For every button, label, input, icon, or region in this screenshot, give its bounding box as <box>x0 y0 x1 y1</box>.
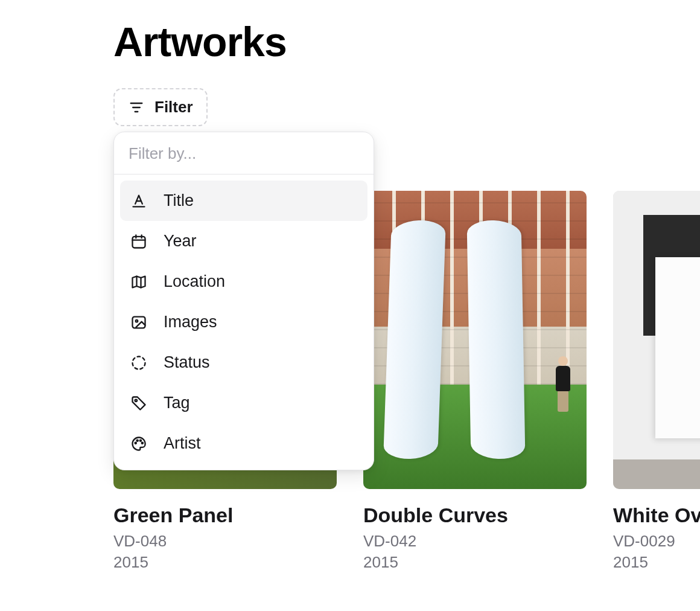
filter-icon <box>128 99 145 116</box>
filter-option-images[interactable]: Images <box>120 302 368 342</box>
filter-options-list: Title Year Location <box>114 174 374 470</box>
svg-point-7 <box>135 399 138 401</box>
text-a-icon <box>130 192 148 210</box>
filter-option-label: Year <box>164 232 197 251</box>
artwork-title: White Ove <box>613 504 700 527</box>
svg-point-6 <box>133 356 145 369</box>
svg-point-10 <box>140 440 141 441</box>
artwork-year: 2015 <box>363 553 587 572</box>
artwork-title: Green Panel <box>113 504 337 527</box>
filter-search-wrapper <box>114 132 374 174</box>
artwork-title: Double Curves <box>363 504 587 527</box>
filter-button-label: Filter <box>154 98 193 117</box>
filter-option-artist[interactable]: Artist <box>120 423 368 464</box>
filter-option-label: Artist <box>164 434 201 453</box>
filter-option-label: Tag <box>164 394 190 412</box>
image-icon <box>130 313 148 331</box>
filter-option-label: Title <box>164 191 194 210</box>
filter-option-label: Status <box>164 353 210 372</box>
artwork-thumbnail[interactable] <box>613 191 700 489</box>
svg-rect-3 <box>133 236 145 248</box>
filter-option-label: Images <box>164 313 217 331</box>
svg-point-8 <box>135 442 136 443</box>
tag-icon <box>130 394 148 412</box>
svg-point-5 <box>136 319 138 322</box>
filter-option-tag[interactable]: Tag <box>120 383 368 423</box>
palette-icon <box>130 435 148 453</box>
artwork-code: VD-042 <box>363 532 587 551</box>
artwork-card[interactable]: Double Curves VD-042 2015 <box>363 191 587 572</box>
artwork-year: 2015 <box>613 553 700 572</box>
map-icon <box>130 273 148 291</box>
page-title: Artworks <box>113 18 700 65</box>
filter-option-status[interactable]: Status <box>120 342 368 383</box>
dashed-circle-icon <box>130 354 148 372</box>
filter-button[interactable]: Filter <box>113 88 208 126</box>
artwork-year: 2015 <box>113 553 337 572</box>
calendar-icon <box>130 232 148 251</box>
svg-point-9 <box>137 440 138 441</box>
artwork-thumbnail[interactable] <box>363 191 587 489</box>
artwork-card[interactable]: White Ove VD-0029 2015 <box>613 191 700 572</box>
artwork-code: VD-048 <box>113 532 337 551</box>
filter-option-location[interactable]: Location <box>120 261 368 302</box>
filter-option-title[interactable]: Title <box>120 181 368 221</box>
artwork-code: VD-0029 <box>613 532 700 551</box>
filter-search-input[interactable] <box>129 144 359 163</box>
filter-option-label: Location <box>164 272 225 291</box>
svg-point-11 <box>142 442 143 443</box>
filter-option-year[interactable]: Year <box>120 221 368 261</box>
filter-popover: Title Year Location <box>113 132 374 470</box>
